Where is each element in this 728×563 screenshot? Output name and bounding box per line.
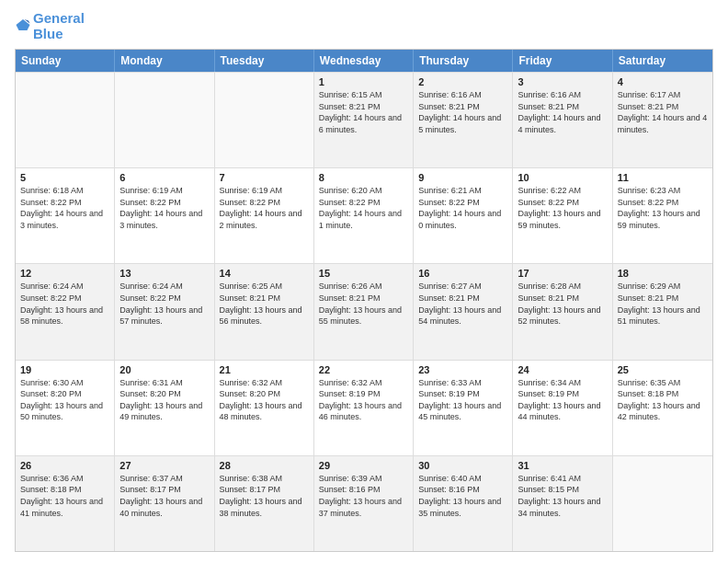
day-number: 26 [20, 460, 109, 471]
sunset-text: Sunset: 8:20 PM [119, 388, 209, 400]
daylight-text: Daylight: 14 hours and 4 minutes. [618, 112, 708, 135]
day-number: 23 [418, 364, 507, 375]
calendar-body: 1Sunrise: 6:15 AMSunset: 8:21 PMDaylight… [16, 72, 712, 551]
daylight-text: Daylight: 13 hours and 59 minutes. [618, 208, 708, 231]
calendar-row: 26Sunrise: 6:36 AMSunset: 8:18 PMDayligh… [16, 455, 712, 551]
sunset-text: Sunset: 8:19 PM [418, 388, 507, 400]
sunset-text: Sunset: 8:21 PM [618, 101, 708, 113]
sunrise-text: Sunrise: 6:19 AM [119, 185, 209, 197]
day-number: 21 [220, 364, 309, 375]
sunset-text: Sunset: 8:21 PM [319, 101, 408, 113]
calendar-cell [215, 73, 314, 167]
sunset-text: Sunset: 8:21 PM [618, 293, 708, 304]
sunset-text: Sunset: 8:22 PM [119, 293, 209, 304]
sunset-text: Sunset: 8:20 PM [220, 388, 309, 400]
daylight-text: Daylight: 13 hours and 58 minutes. [20, 304, 109, 327]
sunset-text: Sunset: 8:21 PM [319, 293, 408, 304]
daylight-text: Daylight: 13 hours and 51 minutes. [618, 304, 708, 327]
header: General Blue [15, 11, 713, 41]
daylight-text: Daylight: 13 hours and 40 minutes. [119, 496, 209, 519]
day-number: 8 [319, 172, 408, 183]
sunrise-text: Sunrise: 6:38 AM [220, 473, 309, 485]
daylight-text: Daylight: 13 hours and 56 minutes. [220, 304, 309, 327]
sunset-text: Sunset: 8:22 PM [20, 293, 109, 304]
daylight-text: Daylight: 13 hours and 42 minutes. [618, 400, 708, 423]
sunset-text: Sunset: 8:21 PM [220, 293, 309, 304]
sunset-text: Sunset: 8:21 PM [518, 101, 607, 113]
calendar-row: 12Sunrise: 6:24 AMSunset: 8:22 PMDayligh… [16, 263, 712, 359]
sunrise-text: Sunrise: 6:23 AM [618, 185, 708, 197]
sunset-text: Sunset: 8:18 PM [20, 484, 109, 496]
sunrise-text: Sunrise: 6:16 AM [418, 89, 507, 101]
sunrise-text: Sunrise: 6:39 AM [319, 473, 408, 485]
calendar-cell: 2Sunrise: 6:16 AMSunset: 8:21 PMDaylight… [414, 73, 513, 167]
calendar-cell: 4Sunrise: 6:17 AMSunset: 8:21 PMDaylight… [613, 73, 712, 167]
calendar-cell: 26Sunrise: 6:36 AMSunset: 8:18 PMDayligh… [16, 456, 115, 551]
sunset-text: Sunset: 8:22 PM [319, 197, 408, 209]
day-number: 22 [319, 364, 408, 375]
calendar-cell: 28Sunrise: 6:38 AMSunset: 8:17 PMDayligh… [215, 456, 314, 551]
daylight-text: Daylight: 13 hours and 57 minutes. [119, 304, 209, 327]
daylight-text: Daylight: 13 hours and 45 minutes. [418, 400, 507, 423]
sunrise-text: Sunrise: 6:33 AM [418, 377, 507, 389]
day-number: 31 [518, 460, 607, 471]
sunrise-text: Sunrise: 6:19 AM [220, 185, 309, 197]
cal-header-cell: Friday [513, 50, 612, 72]
sunrise-text: Sunrise: 6:34 AM [518, 377, 607, 389]
sunrise-text: Sunrise: 6:30 AM [20, 377, 109, 389]
daylight-text: Daylight: 14 hours and 3 minutes. [20, 208, 109, 231]
daylight-text: Daylight: 13 hours and 37 minutes. [319, 496, 408, 519]
sunset-text: Sunset: 8:16 PM [418, 484, 507, 496]
calendar-header-row: SundayMondayTuesdayWednesdayThursdayFrid… [16, 50, 712, 72]
calendar-cell [613, 456, 712, 551]
logo-icon [15, 17, 31, 33]
day-number: 27 [119, 460, 209, 471]
day-number: 15 [319, 268, 408, 279]
day-number: 1 [319, 76, 408, 87]
sunrise-text: Sunrise: 6:15 AM [319, 89, 408, 101]
sunrise-text: Sunrise: 6:24 AM [119, 281, 209, 293]
calendar-cell: 11Sunrise: 6:23 AMSunset: 8:22 PMDayligh… [613, 168, 712, 263]
daylight-text: Daylight: 14 hours and 4 minutes. [518, 112, 607, 135]
sunrise-text: Sunrise: 6:20 AM [319, 185, 408, 197]
daylight-text: Daylight: 14 hours and 5 minutes. [418, 112, 507, 135]
daylight-text: Daylight: 13 hours and 55 minutes. [319, 304, 408, 327]
daylight-text: Daylight: 13 hours and 50 minutes. [20, 400, 109, 423]
calendar-cell: 12Sunrise: 6:24 AMSunset: 8:22 PMDayligh… [16, 264, 115, 359]
calendar-cell: 17Sunrise: 6:28 AMSunset: 8:21 PMDayligh… [513, 264, 612, 359]
cal-header-cell: Thursday [414, 50, 513, 72]
calendar: SundayMondayTuesdayWednesdayThursdayFrid… [15, 49, 713, 552]
day-number: 20 [119, 364, 209, 375]
sunset-text: Sunset: 8:21 PM [418, 101, 507, 113]
daylight-text: Daylight: 13 hours and 34 minutes. [518, 496, 607, 519]
daylight-text: Daylight: 14 hours and 6 minutes. [319, 112, 408, 135]
sunset-text: Sunset: 8:22 PM [220, 197, 309, 209]
cal-header-cell: Monday [115, 50, 214, 72]
day-number: 2 [418, 76, 507, 87]
page: General Blue SundayMondayTuesdayWednesda… [0, 0, 728, 563]
sunrise-text: Sunrise: 6:40 AM [418, 473, 507, 485]
calendar-cell: 3Sunrise: 6:16 AMSunset: 8:21 PMDaylight… [513, 73, 612, 167]
day-number: 5 [20, 172, 109, 183]
sunrise-text: Sunrise: 6:32 AM [220, 377, 309, 389]
day-number: 24 [518, 364, 607, 375]
day-number: 9 [418, 172, 507, 183]
sunrise-text: Sunrise: 6:22 AM [518, 185, 607, 197]
sunrise-text: Sunrise: 6:41 AM [518, 473, 607, 485]
day-number: 29 [319, 460, 408, 471]
calendar-cell: 20Sunrise: 6:31 AMSunset: 8:20 PMDayligh… [115, 361, 214, 455]
daylight-text: Daylight: 13 hours and 46 minutes. [319, 400, 408, 423]
calendar-cell: 14Sunrise: 6:25 AMSunset: 8:21 PMDayligh… [215, 264, 314, 359]
sunset-text: Sunset: 8:17 PM [220, 484, 309, 496]
day-number: 28 [220, 460, 309, 471]
logo-text-line1: General [33, 11, 85, 27]
daylight-text: Daylight: 13 hours and 44 minutes. [518, 400, 607, 423]
calendar-cell: 30Sunrise: 6:40 AMSunset: 8:16 PMDayligh… [414, 456, 513, 551]
calendar-cell: 23Sunrise: 6:33 AMSunset: 8:19 PMDayligh… [414, 361, 513, 455]
calendar-cell [16, 73, 115, 167]
sunset-text: Sunset: 8:22 PM [618, 197, 708, 209]
daylight-text: Daylight: 13 hours and 59 minutes. [518, 208, 607, 231]
day-number: 16 [418, 268, 507, 279]
day-number: 4 [618, 76, 708, 87]
calendar-cell: 8Sunrise: 6:20 AMSunset: 8:22 PMDaylight… [314, 168, 414, 263]
